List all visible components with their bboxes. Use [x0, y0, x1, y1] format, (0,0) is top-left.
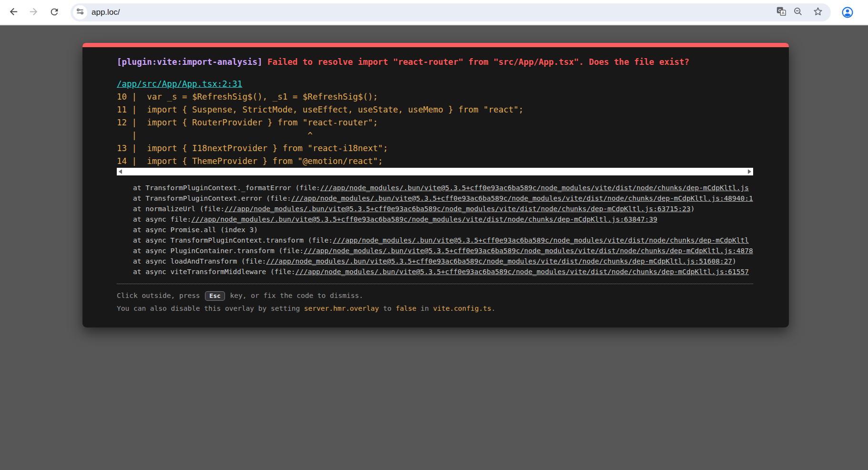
stack-frame: at async loadAndTransform (file:///app/n… — [133, 256, 753, 266]
stack-frame: at normalizeUrl (file:///app/node_module… — [133, 204, 753, 214]
stack-file-link[interactable]: ///app/node_modules/.bun/vite@5.3.5+cff0… — [191, 215, 657, 223]
profile-button[interactable] — [841, 6, 854, 19]
site-settings-button[interactable] — [73, 5, 87, 20]
stack-frame: at TransformPluginContext.error (file://… — [133, 193, 753, 204]
vite-error-overlay: [plugin:vite:import-analysis] Failed to … — [82, 43, 789, 327]
error-message: [plugin:vite:import-analysis] Failed to … — [117, 56, 753, 68]
scrollbar-right-arrow-icon[interactable] — [748, 169, 751, 174]
stack-trace: at TransformPluginContext._formatError (… — [117, 183, 753, 277]
config-option-text: server.hmr.overlay — [304, 305, 379, 312]
profile-avatar-icon — [841, 12, 854, 20]
browser-toolbar: app.loc/ G A — [0, 0, 868, 25]
stack-frame: at async Promise.all (index 3) — [133, 225, 753, 235]
stack-file-link[interactable]: ///app/node_modules/.bun/vite@5.3.5+cff0… — [333, 236, 749, 244]
stack-file-link[interactable]: ///app/node_modules/.bun/vite@5.3.5+cff0… — [225, 205, 691, 213]
zoom-out-icon — [793, 6, 803, 19]
scrollbar-left-arrow-icon[interactable] — [119, 169, 122, 174]
code-frame-horizontal-scrollbar[interactable] — [117, 168, 753, 175]
back-arrow-icon — [8, 6, 19, 19]
translate-icon: G A — [776, 6, 786, 19]
site-settings-icon — [76, 7, 84, 18]
bookmark-button[interactable] — [812, 7, 824, 18]
reload-icon — [49, 7, 60, 19]
code-frame: 10 | var _s = $RefreshSig$(), _s1 = $Ref… — [117, 91, 753, 168]
forward-button[interactable] — [27, 6, 40, 19]
config-file-text: vite.config.ts — [433, 305, 491, 312]
stack-frame: at async viteTransformMiddleware (file:/… — [133, 266, 753, 277]
stack-file-link[interactable]: ///app/node_modules/.bun/vite@5.3.5+cff0… — [266, 257, 732, 265]
overlay-backdrop[interactable]: [plugin:vite:import-analysis] Failed to … — [0, 25, 868, 470]
stack-file-link[interactable]: ///app/node_modules/.bun/vite@5.3.5+cff0… — [291, 194, 753, 202]
error-message-text: Failed to resolve import "react-router" … — [267, 57, 689, 67]
dismiss-tip: Click outside, press Esc key, or fix the… — [117, 290, 753, 301]
source-file-link[interactable]: /app/src/App/App.tsx:2:31 — [117, 78, 753, 90]
esc-key-badge: Esc — [205, 291, 225, 301]
stack-frame: at async TransformPluginContext.transfor… — [133, 235, 753, 245]
reload-button[interactable] — [48, 6, 61, 19]
svg-text:A: A — [782, 11, 785, 15]
plugin-label: [plugin:vite:import-analysis] — [117, 57, 267, 67]
browser-window: app.loc/ G A — [0, 0, 868, 470]
config-value-text: false — [396, 305, 417, 312]
tip-divider — [117, 284, 753, 284]
error-top-bar — [82, 43, 789, 47]
disable-overlay-tip: You can also disable this overlay by set… — [117, 303, 753, 314]
forward-arrow-icon — [28, 6, 39, 19]
stack-frame: at async file:///app/node_modules/.bun/v… — [133, 214, 753, 225]
back-button[interactable] — [7, 6, 20, 19]
stack-file-link[interactable]: ///app/node_modules/.bun/vite@5.3.5+cff0… — [320, 184, 749, 192]
stack-file-link[interactable]: ///app/node_modules/.bun/vite@5.3.5+cff0… — [304, 247, 753, 255]
stack-file-link[interactable]: ///app/node_modules/.bun/vite@5.3.5+cff0… — [295, 268, 749, 276]
url-text[interactable]: app.loc/ — [92, 3, 120, 21]
url-bar[interactable]: app.loc/ G A — [71, 3, 831, 21]
stack-frame: at TransformPluginContext._formatError (… — [133, 183, 753, 193]
bookmark-star-icon — [813, 6, 823, 19]
stack-frame: at async PluginContainer.transform (file… — [133, 245, 753, 256]
zoom-out-button[interactable] — [792, 7, 804, 18]
error-content: [plugin:vite:import-analysis] Failed to … — [82, 47, 789, 314]
translate-button[interactable]: G A — [776, 7, 787, 18]
